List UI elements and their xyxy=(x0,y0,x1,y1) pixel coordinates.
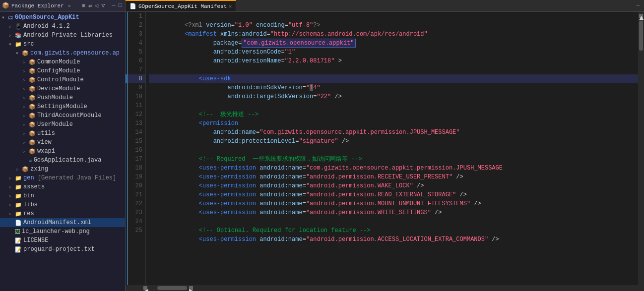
tree-item-gen[interactable]: ▷ 📁 gen [Generated Java Files] xyxy=(0,174,125,182)
tree-item-manifest[interactable]: 📄 AndroidManifest.xml xyxy=(0,218,125,227)
maximize-icon[interactable]: □ xyxy=(118,1,123,10)
tree-label: ControlModule xyxy=(37,76,84,83)
arrow-icon: ▷ xyxy=(23,78,28,82)
line-num: 21 xyxy=(128,190,145,199)
tree-item-zxing[interactable]: ▷ 📦 zxing xyxy=(0,165,125,174)
tree-label: UserModule xyxy=(37,121,73,128)
tree-item-launcher-png[interactable]: 🖼 ic_launcher-web.png xyxy=(0,227,125,236)
tree-item-package-root[interactable]: ▼ 📦 com.gizwits.opensource.ap xyxy=(0,49,125,58)
folder-icon: 📁 xyxy=(15,193,22,199)
java-icon: ☕ xyxy=(29,157,32,164)
android-icon: 📱 xyxy=(15,23,22,30)
sidebar-title: Package Explorer xyxy=(11,3,64,9)
minimize-editor-icon[interactable]: — xyxy=(635,3,641,8)
tab-title: GOpenSource_AppKit Manifest xyxy=(138,3,227,9)
code-line-24: <!-- Optional. Required for location fea… xyxy=(149,217,638,226)
line-numbers: 1 2 3 4 5 6 7 8 9 10 11 12 13 14 15 16 1… xyxy=(128,12,146,285)
tree-label: gen [Generated Java Files] xyxy=(23,175,116,181)
folder-icon: 📁 xyxy=(15,211,22,217)
arrow-icon: ▷ xyxy=(23,87,28,91)
close-icon[interactable]: ✕ xyxy=(68,3,71,9)
code-content[interactable]: <?xml version="1.0" encoding="utf-8"?> <… xyxy=(146,12,638,285)
line-num: 16 xyxy=(128,146,145,155)
link-icon[interactable]: ⇄ xyxy=(87,1,93,10)
line-num: 8 xyxy=(128,74,145,83)
tree-item-control[interactable]: ▷ 📦 ControlModule xyxy=(0,75,125,84)
arrow-icon: ▷ xyxy=(16,167,21,172)
tree-item-private-libs[interactable]: ▷ 📚 Android Private Libraries xyxy=(0,31,125,40)
tree-item-bin[interactable]: ▷ 📁 bin xyxy=(0,191,125,200)
arrow-icon: ▷ xyxy=(9,185,14,189)
line-num: 23 xyxy=(128,208,145,217)
back-icon[interactable]: ◁ xyxy=(94,1,99,10)
arrow-icon: ▷ xyxy=(9,203,14,207)
tree-item-utils[interactable]: ▷ 📦 utils xyxy=(0,129,125,138)
tree-label: SettingsModule xyxy=(37,103,87,110)
scroll-right-btn[interactable]: ▶ xyxy=(189,286,193,290)
tree-item-wxapi[interactable]: ▷ 📦 wxapi xyxy=(0,147,125,156)
tree-item-assets[interactable]: ▷ 📁 assets xyxy=(0,182,125,191)
tree-item-license[interactable]: 📝 LICENSE xyxy=(0,236,125,245)
scroll-thumb[interactable] xyxy=(639,21,643,51)
tree-label: ThirdAccountModule xyxy=(37,112,102,119)
scroll-left-btn[interactable]: ◀ xyxy=(143,286,147,290)
tree-item-thirdaccount[interactable]: ▷ 📦 ThirdAccountModule xyxy=(0,111,125,120)
code-editor: 1 2 3 4 5 6 7 8 9 10 11 12 13 14 15 16 1… xyxy=(126,12,644,285)
tree-item-libs[interactable]: ▷ 📁 libs xyxy=(0,200,125,209)
tab-spacer xyxy=(236,0,632,11)
code-line-1: <?xml version="1.0" encoding="utf-8"?> xyxy=(149,12,638,21)
line-num: 10 xyxy=(128,92,145,101)
folder-icon: 📁 xyxy=(15,184,22,190)
arrow-icon: ▷ xyxy=(9,212,14,216)
code-line-16: <!-- Required 一些系统要求的权限，如访问网络等 --> xyxy=(149,146,638,155)
tree-label: res xyxy=(23,210,34,217)
tree-item-project[interactable]: ▼ 🗂 GOpenSource_AppKit xyxy=(0,13,125,22)
tree-item-user[interactable]: ▷ 📦 UserModule xyxy=(0,120,125,129)
minimize-icon[interactable]: — xyxy=(111,1,117,10)
package-icon: 📦 xyxy=(29,104,36,110)
arrow-icon: ▷ xyxy=(23,114,28,118)
tree-item-push[interactable]: ▷ 📦 PushModule xyxy=(0,93,125,102)
lib-icon: 📚 xyxy=(15,32,22,39)
arrow-icon: ▷ xyxy=(23,60,28,64)
tree-item-settings[interactable]: ▷ 📦 SettingsModule xyxy=(0,102,125,111)
tree-item-res[interactable]: ▷ 📁 res xyxy=(0,209,125,218)
tree-item-gosapp[interactable]: ☕ GosApplication.java xyxy=(0,156,125,165)
arrow-icon xyxy=(23,158,28,163)
line-num: 2 xyxy=(128,21,145,30)
tree-label: com.gizwits.opensource.ap xyxy=(30,50,120,57)
horizontal-scrollbar[interactable]: ◀ ▶ xyxy=(126,285,644,291)
tree-label: proguard-project.txt xyxy=(23,246,95,253)
tree-label: LICENSE xyxy=(23,237,48,244)
arrow-icon: ▼ xyxy=(2,15,7,20)
vertical-scrollbar[interactable]: ▲ xyxy=(638,12,644,285)
arrow-icon xyxy=(9,247,14,252)
menu-icon[interactable]: ▽ xyxy=(100,1,106,10)
manifest-tab[interactable]: 📄 GOpenSource_AppKit Manifest ✕ xyxy=(126,0,236,11)
tree-item-android[interactable]: ▷ 📱 Android 4.1.2 xyxy=(0,22,125,31)
tree-item-common[interactable]: ▷ 📦 CommonModule xyxy=(0,58,125,66)
scroll-thumb-x[interactable] xyxy=(157,286,187,290)
editor-tab-bar: 📄 GOpenSource_AppKit Manifest ✕ — xyxy=(126,0,644,12)
editor-panel: 📄 GOpenSource_AppKit Manifest ✕ — xyxy=(126,0,644,291)
tree-label: libs xyxy=(23,201,38,208)
tree-item-device[interactable]: ▷ 📦 DeviceModule xyxy=(0,84,125,93)
tree-item-view[interactable]: ▷ 📦 view xyxy=(0,138,125,147)
line-num: 11 xyxy=(128,101,145,110)
line-num: 14 xyxy=(128,128,145,137)
arrow-icon xyxy=(9,230,14,234)
tree-item-src[interactable]: ▼ 📁 src xyxy=(0,40,125,49)
arrow-icon: ▷ xyxy=(23,96,28,100)
tab-close-icon[interactable]: ✕ xyxy=(229,3,232,9)
arrow-icon: ▼ xyxy=(9,42,14,47)
arrow-icon: ▷ xyxy=(9,33,14,38)
arrow-icon: ▷ xyxy=(9,194,14,198)
arrow-icon xyxy=(9,221,14,225)
collapse-icon[interactable]: ⊞ xyxy=(81,1,86,10)
tree-item-config[interactable]: ▷ 📦 ConfigModule xyxy=(0,66,125,75)
scroll-up-btn[interactable]: ▲ xyxy=(639,14,643,18)
xml-tab-icon: 📄 xyxy=(129,3,136,9)
line-num: 3 xyxy=(128,30,145,39)
tree-label: view xyxy=(37,139,52,146)
tree-item-proguard[interactable]: 📝 proguard-project.txt xyxy=(0,245,125,254)
